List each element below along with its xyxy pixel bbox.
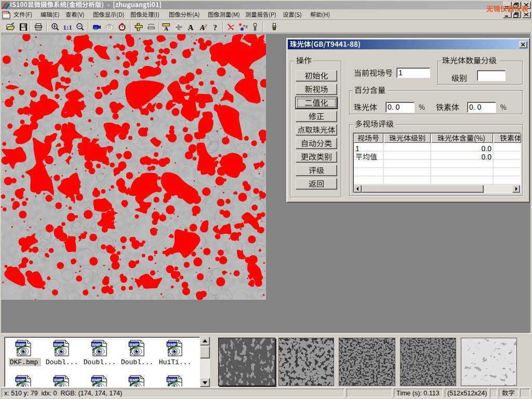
- svg-text:A: A: [164, 25, 168, 32]
- svg-text:A: A: [188, 23, 194, 32]
- svg-text:DOC: DOC: [4, 11, 10, 15]
- svg-text:3: 3: [245, 24, 248, 29]
- svg-text:?: ?: [213, 23, 217, 32]
- svg-text:1:1: 1:1: [63, 23, 72, 31]
